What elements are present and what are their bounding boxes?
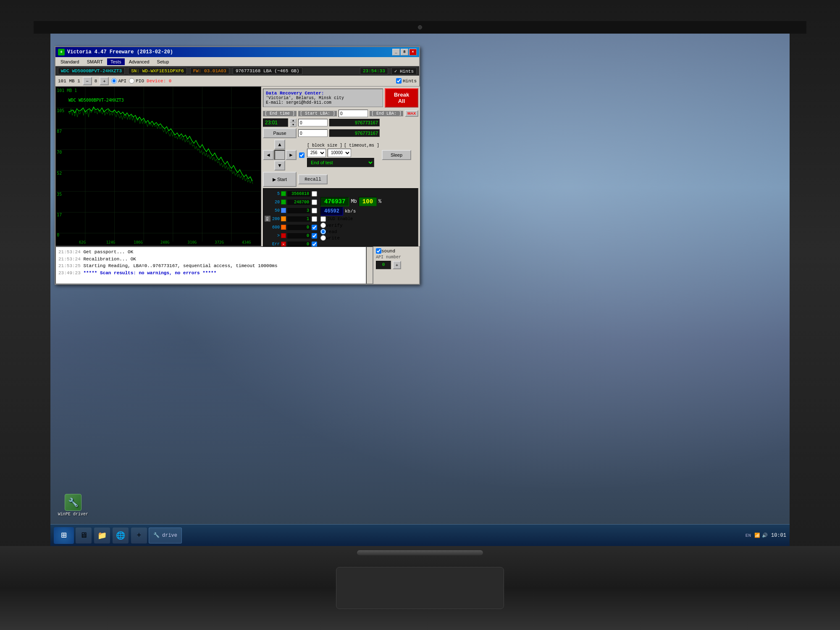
arrow-right[interactable]: ► [286,150,297,160]
start-lba-input[interactable] [339,110,368,117]
arrow-down[interactable]: ▼ [274,160,285,171]
pio-radio-input[interactable] [129,78,134,84]
sector-20-num: 20 [272,200,280,205]
status-dropdown[interactable]: End of test [307,158,374,167]
sleep-button[interactable]: Sleep [382,150,411,160]
taskbar-icon-1[interactable]: 🖥 [76,528,92,543]
system-time: 23:54:33 [360,68,388,74]
laptop-touchpad[interactable] [336,567,504,609]
menu-standard[interactable]: Standard [57,58,83,65]
block-size-select[interactable]: 256 512 [307,149,326,157]
block-checkbox[interactable] [299,152,304,158]
taskbar-icon-2[interactable]: 📁 [94,528,110,543]
drive-capacity: 976773168 LBA (~465 GB) [233,68,302,74]
dud-checkbox[interactable] [320,216,326,222]
lba-value-2[interactable] [329,129,380,137]
mb-unit: Mb [351,199,357,205]
svg-text:62G: 62G [79,240,86,244]
menu-tests[interactable]: Tests [107,58,125,65]
laptop-bottom [0,546,840,630]
lba-input-2[interactable] [298,129,328,137]
time-input[interactable] [263,118,288,127]
timeout-select[interactable]: 10000 5000 [328,149,351,157]
sound-area: sound API number 0 + [373,247,419,284]
log-line-1: 21:53:24 Get passport... OK [58,249,363,256]
hints-checkbox-area: Hints [396,78,417,84]
menu-advanced[interactable]: Advanced [126,58,153,65]
sector-200-check[interactable] [312,216,317,222]
sector-gt-check[interactable] [312,233,317,239]
minimize-button[interactable]: _ [392,49,400,55]
title-bar: + Victoria 4.47 Freeware (2013-02-20) _ … [55,47,419,57]
pct-unit: % [378,199,381,205]
write-radio[interactable] [320,235,326,241]
arrow-left[interactable]: ◄ [263,150,274,160]
sector-20-check[interactable] [312,200,317,205]
decrement-button[interactable]: − [83,77,92,85]
api-number-display: 0 [376,261,391,269]
tray-icons: 📶 🔊 [754,533,768,538]
max-button[interactable]: MAX [405,110,418,117]
svg-text:186G: 186G [134,240,143,244]
increment-button[interactable]: + [100,77,109,85]
desktop-icon-winpe[interactable]: 🔧 WinPE driver [58,494,88,517]
end-time-label: [ End time ] [263,111,297,116]
rs-label: RS [265,216,270,222]
taskbar-icon-4[interactable]: + [131,528,147,543]
stats-panel: 476937 Mb 100 % 46592 kb/s [320,197,381,241]
log-time-4: 23:49:23 [58,270,83,276]
mb-display: 476937 [320,197,349,206]
sector-50-color [281,208,286,213]
sound-row: sound [376,248,417,254]
controls-bar: 101 MB 1 − 8 + API PIO Device: 0 Hints [55,76,419,87]
drive-serial: SN: WD-WXF1E51DPXF6 [128,68,186,74]
api-radio-input[interactable] [111,78,117,84]
svg-text:70: 70 [57,150,62,155]
sector-err-check[interactable] [312,242,317,247]
start-button-taskbar[interactable]: ⊞ [54,527,74,544]
log-line-2: 21:53:24 Recalibration... OK [58,256,363,263]
winpe-label: WinPE driver [58,512,88,517]
arrow-cluster: ▲ ◄ ► ▼ [263,139,297,171]
menu-setup[interactable]: Setup [154,58,173,65]
counter-label: 101 MB 1 [58,79,80,84]
read-radio[interactable] [320,229,326,234]
arrow-up[interactable]: ▲ [274,139,285,150]
pause-button[interactable]: Pause [263,128,297,138]
recall-button[interactable]: Recall [298,174,328,184]
break-all-button[interactable]: BreakAll [385,88,418,108]
svg-text:52: 52 [57,171,62,176]
progress-area: RS 5 3566818 20 [263,188,418,249]
screen-bezel [34,21,806,34]
close-button[interactable]: × [409,49,417,55]
start-button[interactable]: ▶ Start [263,172,297,187]
log-time-1: 21:53:24 [58,249,83,255]
taskbar-task-victoria[interactable]: 🔧 drive [149,528,182,543]
end-lba-value[interactable] [329,119,380,126]
sector-50-check[interactable] [312,208,317,213]
winpe-icon: 🔧 [65,494,81,511]
start-lba-value[interactable] [298,119,328,126]
maximize-button[interactable]: 8 [401,49,408,55]
log-time-2: 21:53:24 [58,257,83,262]
language-indicator: EN [746,533,751,538]
sound-checkbox[interactable] [376,248,381,254]
svg-text:101 MB 1: 101 MB 1 [57,88,77,93]
sector-5-check[interactable] [312,191,317,197]
time-down[interactable]: ▼ [290,123,297,127]
sector-600-check[interactable] [312,225,317,230]
taskbar-icon-3[interactable]: 🌐 [113,528,129,543]
taskbar-task-icon: 🔧 [153,532,160,538]
hints-checkbox[interactable] [396,78,402,84]
sector-gt: > 0 [272,232,317,239]
tray-icon-1: 📶 [754,533,760,538]
sector-200-count: 1 [287,216,310,222]
time-up[interactable]: ▲ [290,118,297,123]
menu-smart[interactable]: SMART [84,58,106,65]
api-increment-button[interactable]: + [393,261,401,269]
svg-text:372G: 372G [215,240,224,244]
drc-info: Data Recovery Center: 'Victoria', Belaru… [263,89,383,107]
verify-radio[interactable] [320,223,326,228]
log-scrollbar[interactable] [366,247,373,284]
log-area: 21:53:24 Get passport... OK 21:53:24 Rec… [55,247,366,284]
